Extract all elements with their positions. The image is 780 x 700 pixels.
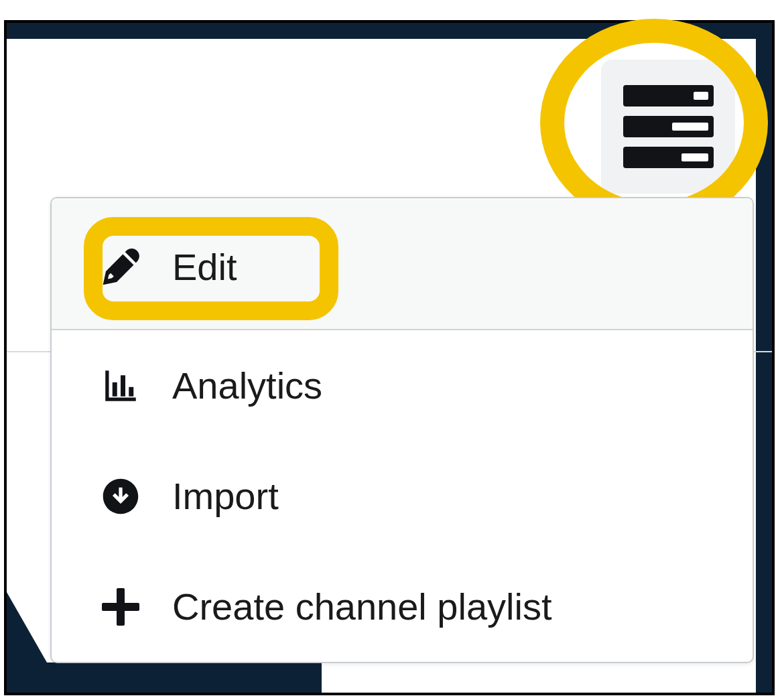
menu-item-label: Analytics <box>172 364 322 407</box>
bar-chart-icon <box>99 367 143 405</box>
download-circle-icon <box>99 478 143 515</box>
menu-item-import[interactable]: Import <box>52 441 753 551</box>
menu-item-create-channel-playlist[interactable]: Create channel playlist <box>52 551 753 662</box>
menu-item-edit[interactable]: Edit <box>52 198 753 330</box>
channel-actions-dropdown: Edit Analytics Import Create channel pla… <box>50 197 754 663</box>
menu-item-analytics[interactable]: Analytics <box>52 330 753 441</box>
menu-list-icon-line <box>623 116 714 137</box>
app-frame: Edit Analytics Import Create channel pla… <box>4 20 775 695</box>
channel-actions-menu-button[interactable] <box>601 60 735 194</box>
frame-border-right <box>756 23 772 693</box>
menu-item-label: Edit <box>172 245 237 289</box>
menu-item-label: Create channel playlist <box>172 585 552 628</box>
plus-icon <box>99 588 143 626</box>
menu-item-label: Import <box>172 474 279 518</box>
wrench-icon <box>99 249 143 286</box>
menu-list-icon-line <box>623 147 714 168</box>
frame-border-top <box>7 23 772 39</box>
menu-list-icon <box>623 85 714 107</box>
